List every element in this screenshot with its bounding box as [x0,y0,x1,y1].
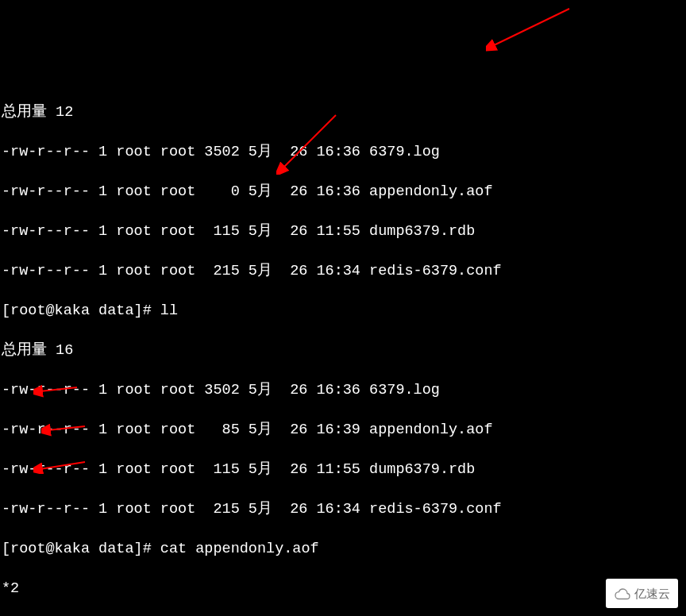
cloud-icon [614,587,631,600]
aof-content-line: *2 [2,579,684,599]
total-usage-line: 总用量 16 [2,341,684,360]
ls-entry: -rw-r--r-- 1 root root 3502 5月 26 16:36 … [2,380,684,400]
watermark-badge: 亿速云 [606,579,678,608]
ls-entry: -rw-r--r-- 1 root root 215 5月 26 16:34 r… [2,499,684,519]
shell-prompt[interactable]: [root@kaka data]# ll [2,301,684,321]
terminal-output: 总用量 12 -rw-r--r-- 1 root root 3502 5月 26… [2,83,684,616]
annotation-arrow-icon [486,6,573,52]
svg-line-1 [492,9,569,46]
ls-entry: -rw-r--r-- 1 root root 115 5月 26 11:55 d… [2,221,684,241]
ls-entry: -rw-r--r-- 1 root root 3502 5月 26 16:36 … [2,142,684,162]
shell-prompt[interactable]: [root@kaka data]# cat appendonly.aof [2,539,684,559]
total-usage-line: 总用量 12 [2,102,684,122]
watermark-text: 亿速云 [634,583,670,603]
ls-entry: -rw-r--r-- 1 root root 215 5月 26 16:34 r… [2,261,684,281]
ls-entry: -rw-r--r-- 1 root root 115 5月 26 11:55 d… [2,460,684,479]
ls-entry: -rw-r--r-- 1 root root 85 5月 26 16:39 ap… [2,420,684,440]
ls-entry: -rw-r--r-- 1 root root 0 5月 26 16:36 app… [2,182,684,202]
